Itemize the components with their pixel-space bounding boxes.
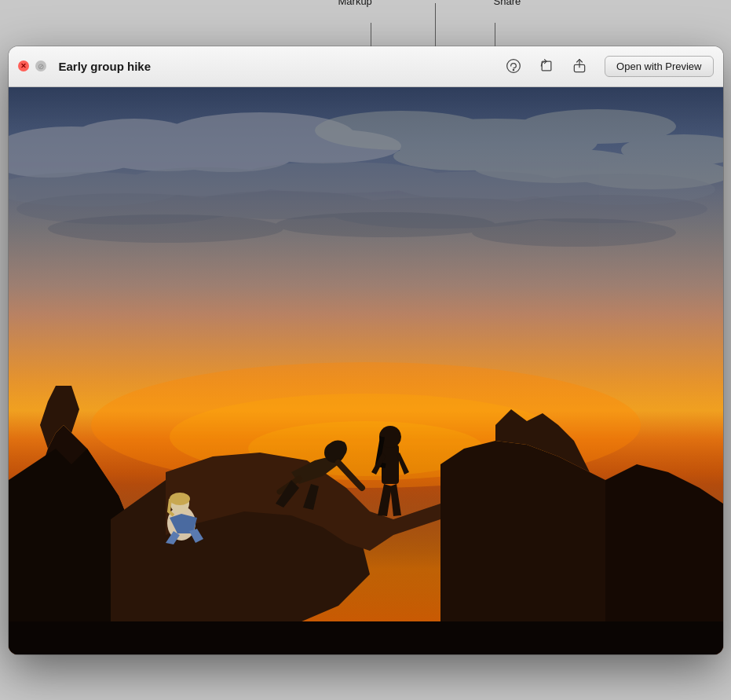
svg-rect-35 xyxy=(9,621,723,654)
markup-icon xyxy=(506,58,521,74)
rotate-icon xyxy=(539,58,554,74)
quick-look-window: Markup Rotate Share ✕ ⊘ Early group hike xyxy=(9,46,723,654)
edit-button[interactable]: ⊘ xyxy=(35,60,46,71)
toolbar: ✕ ⊘ Early group hike xyxy=(9,46,723,87)
svg-rect-2 xyxy=(542,61,551,71)
share-button[interactable] xyxy=(570,57,589,75)
share-tooltip-line xyxy=(495,23,495,46)
window-title: Early group hike xyxy=(59,60,499,73)
markup-button[interactable] xyxy=(504,57,523,75)
svg-point-1 xyxy=(513,69,514,70)
markup-tooltip-label: Markup xyxy=(338,0,372,7)
svg-point-38 xyxy=(170,493,190,505)
rotate-button[interactable] xyxy=(537,57,556,75)
markup-tooltip-line xyxy=(371,23,371,46)
tooltip-area: Markup Rotate Share xyxy=(9,0,723,46)
image-container xyxy=(9,87,723,654)
rotate-tooltip-line xyxy=(435,3,436,46)
slash-icon: ⊘ xyxy=(38,62,44,71)
rocks-figures-layer xyxy=(9,87,723,654)
close-icon: ✕ xyxy=(20,62,27,70)
close-button[interactable]: ✕ xyxy=(18,60,29,71)
window-controls: ✕ ⊘ xyxy=(18,60,46,71)
share-tooltip-label: Share xyxy=(494,0,521,7)
share-icon xyxy=(572,58,587,74)
toolbar-actions xyxy=(504,57,589,75)
open-with-preview-button[interactable]: Open with Preview xyxy=(605,56,713,77)
